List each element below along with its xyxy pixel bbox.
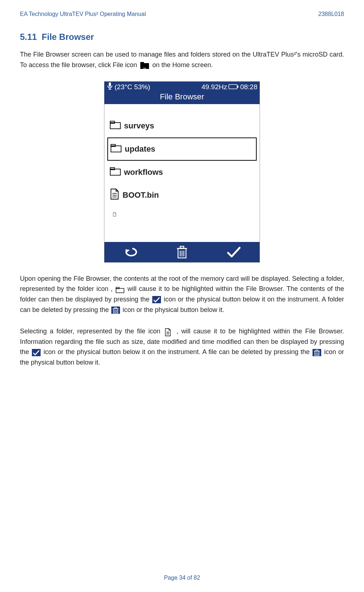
svg-rect-11 xyxy=(111,144,115,147)
file-icon xyxy=(109,209,120,219)
body-text: icon or the physical button below it on … xyxy=(44,348,312,355)
battery-icon xyxy=(228,83,239,91)
confirm-button[interactable] xyxy=(208,242,260,262)
body-text: Selecting a folder, represented by the f… xyxy=(20,328,164,335)
body-text: icon or the physical button below it. xyxy=(123,306,224,313)
folder-icon xyxy=(110,143,122,155)
item-label: BOOT.bin xyxy=(123,190,159,200)
section-number: 5.11 xyxy=(20,32,37,42)
body-paragraph-2: Selecting a folder, represented by the f… xyxy=(20,326,344,368)
svg-rect-23 xyxy=(116,288,124,293)
svg-rect-1 xyxy=(140,62,144,64)
header-right: 2388L018 xyxy=(318,11,344,17)
file-icon xyxy=(164,328,173,335)
trash-icon xyxy=(313,349,321,356)
intro-text-2: on the Home screen. xyxy=(152,61,213,69)
list-item[interactable]: BOOT.bin xyxy=(107,183,257,207)
item-label: surveys xyxy=(124,121,154,131)
bottom-toolbar xyxy=(104,242,260,262)
svg-rect-24 xyxy=(116,287,119,289)
back-button[interactable] xyxy=(104,242,156,262)
list-item[interactable] xyxy=(107,207,257,224)
status-top-row: (23°C 53%) 49.92Hz 08:28 xyxy=(104,82,260,92)
page-header: EA Technology UltraTEV Plus² Operating M… xyxy=(20,11,344,17)
section-heading: 5.11 File Browser xyxy=(20,32,344,42)
folder-icon xyxy=(109,166,121,178)
list-item[interactable]: updates xyxy=(107,137,257,161)
list-item[interactable]: surveys xyxy=(107,115,257,137)
intro-paragraph: The File Browser screen can be used to m… xyxy=(20,49,344,70)
section-title: File Browser xyxy=(42,32,94,42)
device-screenshot: (23°C 53%) 49.92Hz 08:28 File Browser su… xyxy=(104,81,260,263)
list-item[interactable]: workflows xyxy=(107,161,257,183)
check-icon xyxy=(152,296,161,303)
svg-text:File: File xyxy=(143,67,146,69)
item-label: workflows xyxy=(124,168,163,177)
screen-title: File Browser xyxy=(104,92,260,102)
folder-icon xyxy=(116,286,124,293)
trash-icon xyxy=(111,307,120,314)
svg-rect-36 xyxy=(316,350,318,351)
folder-icon xyxy=(109,120,121,132)
svg-rect-7 xyxy=(237,86,239,88)
svg-rect-13 xyxy=(110,168,115,170)
file-list: surveys updates workflows BOOT.bin xyxy=(104,104,260,242)
svg-rect-6 xyxy=(229,85,237,89)
svg-rect-27 xyxy=(115,308,117,309)
status-temp-humidity: (23°C 53%) xyxy=(115,83,150,91)
svg-rect-3 xyxy=(109,82,111,87)
microphone-icon xyxy=(107,82,113,92)
status-time: 08:28 xyxy=(240,83,257,91)
status-bar: (23°C 53%) 49.92Hz 08:28 File Browser xyxy=(104,82,260,104)
body-paragraph-1: Upon opening the File Browser, the conte… xyxy=(20,274,344,315)
item-label: updates xyxy=(125,144,155,154)
svg-rect-9 xyxy=(110,121,115,123)
file-icon xyxy=(109,188,120,202)
file-home-icon: File xyxy=(140,61,150,70)
delete-button[interactable] xyxy=(156,242,208,262)
check-icon xyxy=(32,349,41,356)
svg-rect-19 xyxy=(180,246,184,248)
status-frequency: 49.92Hz xyxy=(202,83,227,91)
header-left: EA Technology UltraTEV Plus² Operating M… xyxy=(20,11,146,17)
page-footer: Page 34 of 82 xyxy=(0,575,364,581)
